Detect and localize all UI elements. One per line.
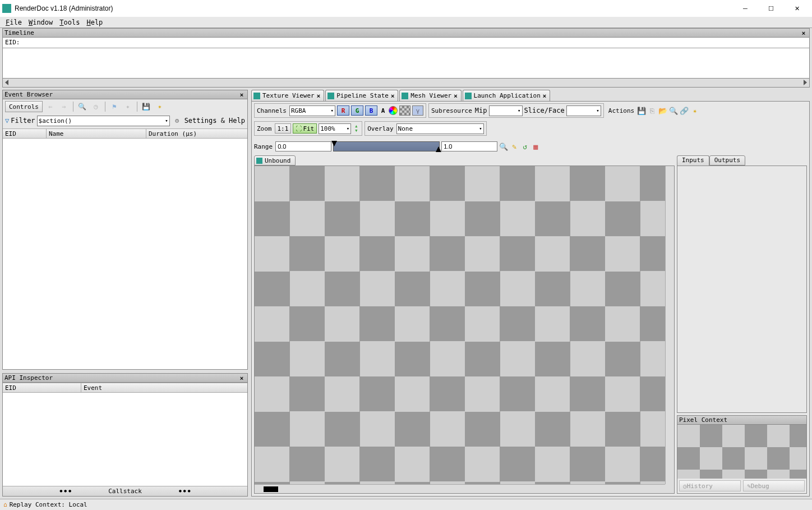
close-button[interactable]: ✕ — [784, 0, 810, 17]
timeline-scrollbar[interactable] — [2, 79, 810, 88]
range-handle-right-icon[interactable] — [436, 146, 441, 152]
tab-launch-application[interactable]: Launch Application × — [463, 90, 551, 101]
nav-forward-icon[interactable]: ⇒ — [58, 101, 70, 112]
tab-icon — [327, 93, 334, 99]
col-eid[interactable]: EID — [3, 129, 47, 138]
find-icon[interactable]: 🔍 — [77, 101, 88, 112]
channel-b-button[interactable]: B — [365, 105, 377, 116]
dots-left-icon: ••• — [59, 487, 72, 495]
range-max-input[interactable] — [441, 141, 497, 151]
zoom-1to1-button[interactable]: 1:1 — [275, 123, 292, 134]
io-tabs: Inputs Outputs — [677, 155, 807, 166]
clock-icon[interactable]: ◷ — [90, 101, 101, 112]
open-texture-icon[interactable]: 📂 — [658, 106, 667, 115]
goto-icon[interactable]: 🔍 — [669, 106, 678, 115]
reset-icon[interactable]: ↺ — [520, 142, 529, 151]
bookmark-icon[interactable]: ⚑ — [109, 101, 120, 112]
tab-icon — [256, 158, 262, 164]
channel-a-button[interactable]: A — [379, 105, 387, 116]
zoom-range-icon[interactable]: 🔍 — [499, 142, 508, 151]
controls-button[interactable]: Controls — [5, 101, 43, 112]
tab-close-icon[interactable]: × — [543, 93, 546, 99]
tab-close-icon[interactable]: × — [317, 93, 320, 99]
save-texture-icon[interactable]: 💾 — [637, 106, 646, 115]
menu-tools[interactable]: Tools — [57, 18, 82, 27]
timeline-close-icon[interactable]: × — [800, 30, 808, 36]
overlay-combo[interactable]: None ▾ — [396, 123, 484, 134]
channels-value: RGBA — [291, 107, 306, 114]
range-handle-left-icon[interactable] — [331, 141, 337, 146]
actions-label: Actions — [608, 107, 634, 114]
tab-pipeline-state[interactable]: Pipeline State × — [325, 90, 398, 101]
menu-window[interactable]: Window — [26, 18, 55, 27]
bookmark-clear-icon[interactable]: ✦ — [122, 101, 133, 112]
pixel-context-panel: Pixel Context ◷ History ✎ Debug — [677, 415, 807, 494]
col-name[interactable]: Name — [47, 129, 146, 138]
settings-help-label[interactable]: Settings & Help — [184, 117, 245, 125]
color-wheel-icon[interactable] — [389, 106, 398, 115]
channel-r-button[interactable]: R — [337, 105, 349, 116]
debug-button[interactable]: ✎ Debug — [743, 480, 805, 491]
zoom-updown-icon[interactable]: ▲▼ — [353, 123, 359, 134]
filter-icon[interactable]: ▽ — [5, 117, 9, 125]
menu-file[interactable]: File — [3, 18, 24, 27]
range-min-input[interactable] — [275, 141, 331, 151]
save-icon[interactable]: 💾 — [141, 101, 152, 112]
io-body[interactable] — [677, 166, 807, 413]
pixel-context-title: Pixel Context — [677, 415, 807, 424]
menu-help[interactable]: Help — [84, 18, 105, 27]
wand-icon[interactable]: ✎ — [510, 142, 519, 151]
api-col-eid[interactable]: EID — [3, 383, 81, 392]
gear-icon[interactable]: ⚙ — [172, 115, 183, 126]
event-browser-table-body[interactable] — [3, 139, 247, 369]
tab-texture-viewer[interactable]: Texture Viewer × — [251, 90, 324, 101]
inputs-tab[interactable]: Inputs — [677, 155, 709, 166]
outputs-tab[interactable]: Outputs — [709, 155, 745, 166]
history-button[interactable]: ◷ History — [679, 480, 741, 491]
sliceface-combo[interactable]: ▾ — [566, 105, 601, 116]
tab-close-icon[interactable]: × — [391, 93, 394, 99]
range-slider[interactable] — [333, 141, 440, 151]
link-icon[interactable]: 🔗 — [680, 106, 689, 115]
pixel-context-title-text: Pixel Context — [679, 416, 727, 424]
actions-group: Actions 💾 ⎘ 📂 🔍 🔗 ✴ — [606, 103, 702, 118]
nav-back-icon[interactable]: ⇐ — [45, 101, 56, 112]
col-duration[interactable]: Duration (µs) — [146, 129, 247, 138]
api-inspector-close-icon[interactable]: × — [238, 375, 246, 382]
channel-g-button[interactable]: G — [351, 105, 363, 116]
zoom-combo[interactable]: 100% ▾ — [319, 123, 351, 134]
event-browser-panel: Event Browser × Controls ⇐ ⇒ 🔍 ◷ ⚑ ✦ 💾 — [2, 90, 248, 370]
extension-icon[interactable]: ✴ — [154, 101, 165, 112]
texture-viewport[interactable] — [254, 166, 675, 494]
tab-mesh-viewer[interactable]: Mesh Viewer × — [399, 90, 461, 101]
tab-icon — [465, 93, 472, 99]
gamma-button[interactable]: γ — [412, 105, 423, 116]
unbound-tab[interactable]: Unbound — [254, 155, 296, 166]
vertical-scrollbar[interactable] — [665, 166, 674, 484]
chevron-down-icon: ▾ — [165, 118, 168, 123]
event-browser-close-icon[interactable]: × — [238, 91, 246, 98]
chevron-down-icon: ▾ — [479, 126, 482, 131]
mip-combo[interactable]: ▾ — [489, 105, 523, 116]
checker-toggle-button[interactable] — [399, 105, 410, 116]
maximize-button[interactable]: ☐ — [758, 0, 784, 17]
tab-close-icon[interactable]: × — [454, 93, 457, 99]
overlay-value: None — [398, 125, 413, 132]
api-inspector-table-body[interactable] — [3, 393, 247, 486]
texture-viewer: Channels RGBA ▾ R G B A γ Subresource Mi… — [251, 101, 810, 497]
zoom-fit-button[interactable]: ⛶Fit — [293, 123, 317, 134]
filter-input[interactable]: $action() ▾ — [37, 116, 170, 126]
star-icon[interactable]: ✴ — [690, 106, 699, 115]
api-col-event[interactable]: Event — [81, 383, 247, 392]
pixel-context-view[interactable] — [677, 425, 806, 479]
copy-icon[interactable]: ⎘ — [648, 106, 657, 115]
callstack-bar[interactable]: ••• Callstack ••• — [3, 486, 247, 496]
tab-label: Launch Application — [474, 92, 541, 99]
timeline-body[interactable]: EID: — [2, 37, 810, 79]
horizontal-scrollbar[interactable] — [255, 484, 665, 493]
dots-right-icon: ••• — [178, 487, 191, 495]
histogram-icon[interactable]: ▦ — [531, 142, 540, 151]
channels-combo[interactable]: RGBA ▾ — [289, 105, 335, 116]
minimize-button[interactable]: ─ — [732, 0, 758, 17]
subresource-label: Subresource — [431, 107, 472, 114]
